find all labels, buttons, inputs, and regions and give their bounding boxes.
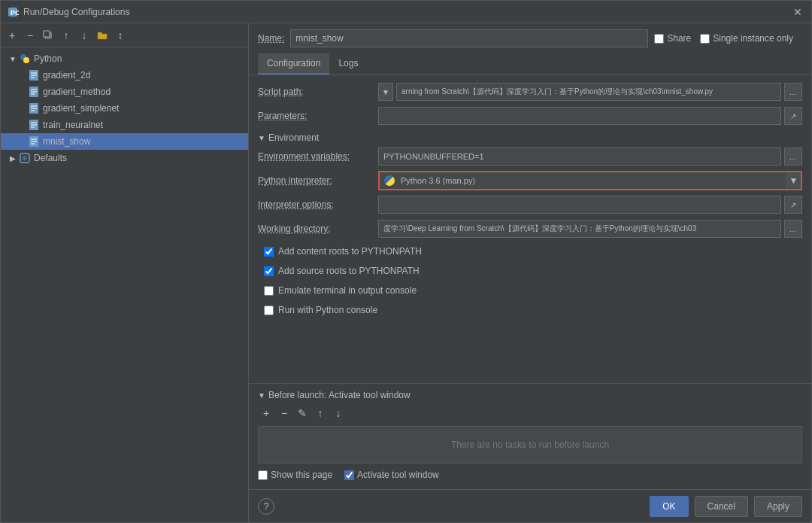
env-variables-browse-button[interactable]: … xyxy=(784,147,802,166)
env-variables-label: Environment variables: xyxy=(258,151,378,162)
tree-item-label: train_neuralnet xyxy=(43,120,103,130)
python-interpreter-select[interactable]: Python 3.6 (man.py) ▼ xyxy=(378,171,802,190)
script-icon-gradient2d xyxy=(28,69,40,81)
main-window: PC Run/Debug Configurations ✕ + − ↑ ↓ xyxy=(0,0,812,523)
run-python-console-checkbox[interactable] xyxy=(264,306,274,315)
working-directory-input[interactable] xyxy=(378,220,781,238)
script-path-input[interactable] xyxy=(396,83,781,101)
script-icon-gradient-method xyxy=(28,86,40,98)
parameters-expand-button[interactable]: ↗ xyxy=(784,107,802,125)
environment-section-header[interactable]: ▼ Environment xyxy=(258,132,802,143)
launch-move-down-button[interactable]: ↓ xyxy=(330,405,347,421)
config-toolbar: + − ↑ ↓ ↕ xyxy=(1,23,248,47)
launch-move-up-button[interactable]: ↑ xyxy=(312,405,329,421)
svg-text:⚙: ⚙ xyxy=(22,155,27,162)
sort-button[interactable]: ↕ xyxy=(112,27,129,44)
parameters-label: Parameters: xyxy=(258,111,378,121)
env-variables-row: Environment variables: … xyxy=(258,146,802,167)
tree-item-label: gradient_2d xyxy=(43,70,90,81)
tree-item-train-neuralnet[interactable]: train_neuralnet xyxy=(1,117,248,133)
env-variables-input[interactable] xyxy=(378,147,781,166)
script-icon-gradient-simplenet xyxy=(28,102,40,114)
share-checkbox-label: Share xyxy=(654,33,691,44)
launch-remove-button[interactable]: − xyxy=(276,405,292,421)
run-python-console-row: Run with Python console xyxy=(264,301,802,319)
emulate-terminal-label: Emulate terminal in output console xyxy=(278,285,417,296)
move-up-button[interactable]: ↑ xyxy=(58,27,74,44)
close-button[interactable]: ✕ xyxy=(790,5,805,20)
apply-button[interactable]: Apply xyxy=(754,496,802,517)
config-content: Script path: ▼ … Parameters: ↗ xyxy=(249,75,811,383)
copy-config-button[interactable] xyxy=(40,27,56,44)
script-path-browse-button[interactable]: … xyxy=(784,83,802,101)
python-folder-icon xyxy=(19,53,31,65)
show-page-checkbox-label: Show this page xyxy=(258,470,332,480)
show-page-label: Show this page xyxy=(271,470,332,480)
script-path-row: Script path: ▼ … xyxy=(258,81,802,102)
add-source-roots-label: Add source roots to PYTHONPATH xyxy=(278,266,420,276)
single-instance-label: Single instance only xyxy=(713,33,793,44)
single-instance-checkbox[interactable] xyxy=(700,34,710,44)
add-content-roots-checkbox[interactable] xyxy=(264,247,274,257)
share-checkbox[interactable] xyxy=(654,34,664,44)
tree-python-group[interactable]: ▼ Python xyxy=(1,50,248,67)
activate-window-label: Activate tool window xyxy=(357,470,439,480)
help-button[interactable]: ? xyxy=(258,498,274,515)
script-path-control: ▼ … xyxy=(378,83,802,101)
bottom-bar: ? OK Cancel Apply xyxy=(249,489,811,522)
add-source-roots-row: Add source roots to PYTHONPATH xyxy=(264,262,802,280)
left-panel: + − ↑ ↓ ↕ ▼ xyxy=(1,23,249,522)
add-source-roots-checkbox[interactable] xyxy=(264,266,274,276)
tree-defaults[interactable]: ▶ ⚙ Defaults xyxy=(1,150,248,166)
name-row: Name: Share Single instance only xyxy=(249,23,811,53)
right-panel: Name: Share Single instance only Confi xyxy=(249,23,811,522)
environment-section-arrow: ▼ xyxy=(258,134,265,142)
action-buttons: OK Cancel Apply xyxy=(650,496,802,517)
app-icon: PC xyxy=(7,6,19,18)
config-tree: ▼ Python gradient_2d xyxy=(1,47,248,522)
before-launch-header[interactable]: ▼ Before launch: Activate tool window xyxy=(258,390,802,400)
script-path-label: Script path: xyxy=(258,87,378,97)
activate-window-checkbox-label: Activate tool window xyxy=(344,470,439,480)
interpreter-options-input[interactable] xyxy=(378,196,781,214)
working-directory-browse-button[interactable]: … xyxy=(784,220,802,238)
expand-python-icon: ▼ xyxy=(7,53,19,65)
parameters-input[interactable] xyxy=(378,107,781,125)
activate-window-checkbox[interactable] xyxy=(344,470,354,480)
tree-item-gradient-simplenet[interactable]: gradient_simplenet xyxy=(1,100,248,117)
tree-item-mnist-show[interactable]: mnist_show xyxy=(1,133,248,150)
working-directory-row: Working directory: … xyxy=(258,218,802,239)
tab-configuration[interactable]: Configuration xyxy=(258,53,329,74)
folder-button[interactable] xyxy=(94,27,111,44)
python-icon xyxy=(384,175,395,186)
cancel-button[interactable]: Cancel xyxy=(695,496,748,517)
remove-config-button[interactable]: − xyxy=(22,27,38,44)
python-interpreter-dropdown-button[interactable]: ▼ xyxy=(786,172,801,189)
run-python-console-label: Run with Python console xyxy=(278,305,377,315)
ok-button[interactable]: OK xyxy=(650,496,688,517)
tree-item-gradient-method[interactable]: gradient_method xyxy=(1,84,248,100)
name-input[interactable] xyxy=(290,29,648,47)
tabs-row: Configuration Logs xyxy=(249,53,811,75)
python-interpreter-value: Python 3.6 (man.py) xyxy=(380,175,786,186)
share-label: Share xyxy=(667,33,691,44)
tree-item-gradient2d[interactable]: gradient_2d xyxy=(1,67,248,84)
main-content: + − ↑ ↓ ↕ ▼ xyxy=(1,23,811,522)
python-interpreter-label: Python interpreter: xyxy=(258,175,378,186)
move-down-button[interactable]: ↓ xyxy=(76,27,92,44)
add-content-roots-row: Add content roots to PYTHONPATH xyxy=(264,242,802,260)
expand-defaults-icon: ▶ xyxy=(7,152,19,164)
script-icon-train-neuralnet xyxy=(28,119,40,131)
interpreter-options-expand-button[interactable]: ↗ xyxy=(784,196,802,214)
add-config-button[interactable]: + xyxy=(4,27,20,44)
script-path-dropdown[interactable]: ▼ xyxy=(378,83,393,101)
tab-logs[interactable]: Logs xyxy=(329,53,367,74)
show-page-checkbox[interactable] xyxy=(258,470,268,480)
tree-item-label: gradient_method xyxy=(43,87,111,97)
python-interpreter-row: Python interpreter: Python 3.6 (man.py) … xyxy=(258,170,802,191)
emulate-terminal-checkbox[interactable] xyxy=(264,286,274,296)
launch-add-button[interactable]: + xyxy=(258,405,274,421)
launch-toolbar: + − ✎ ↑ ↓ xyxy=(258,405,802,421)
launch-edit-button[interactable]: ✎ xyxy=(294,405,311,421)
svg-text:PC: PC xyxy=(11,9,19,17)
